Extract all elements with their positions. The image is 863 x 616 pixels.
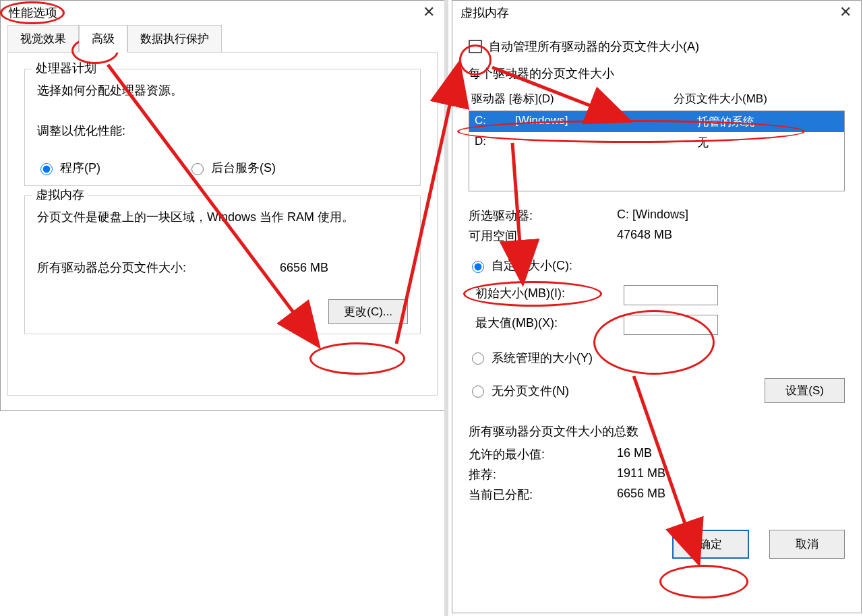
vmem-group-title: 虚拟内存 (32, 187, 88, 203)
drive-c-letter: C: (475, 114, 515, 129)
radio-custom-label: 自定义大小(C): (492, 257, 572, 274)
free-space-label: 可用空间: (469, 228, 617, 244)
total-pagefile-label: 所有驱动器总分页文件大小: (37, 256, 280, 279)
min-label: 允许的最小值: (469, 446, 617, 462)
drive-d-letter: D: (475, 135, 515, 150)
close-icon[interactable]: ✕ (839, 3, 852, 21)
cpu-desc: 选择如何分配处理器资源。 (37, 79, 408, 102)
column-size: 分页文件大小(MB) (674, 91, 767, 106)
checkbox-icon[interactable] (469, 40, 482, 53)
max-size-input[interactable] (624, 315, 718, 335)
radio-none[interactable]: 无分页文件(N) (469, 383, 569, 399)
ok-button[interactable]: 确定 (672, 530, 749, 559)
tab-visual[interactable]: 视觉效果 (7, 25, 79, 53)
tune-label: 调整以优化性能: (37, 119, 408, 142)
selected-drive-label: 所选驱动器: (469, 208, 617, 224)
virtual-memory-dialog: 虚拟内存 ✕ 自动管理所有驱动器的分页文件大小(A) 每个驱动器的分页文件大小 … (452, 0, 862, 613)
drive-d-label (515, 135, 697, 150)
change-button[interactable]: 更改(C)... (328, 299, 408, 324)
rec-value: 1911 MB (617, 466, 665, 483)
each-drive-title: 每个驱动器的分页文件大小 (469, 65, 845, 82)
min-value: 16 MB (617, 446, 652, 462)
auto-manage-label: 自动管理所有驱动器的分页文件大小(A) (489, 38, 699, 55)
performance-options-dialog: 性能选项 ✕ 视觉效果 高级 数据执行保护 处理器计划 选择如何分配处理器资源。… (0, 0, 445, 411)
radio-system-input[interactable] (472, 352, 484, 365)
totals-title: 所有驱动器分页文件大小的总数 (469, 423, 845, 439)
radio-background-input[interactable] (191, 163, 204, 175)
vmem-group: 虚拟内存 分页文件是硬盘上的一块区域，Windows 当作 RAM 使用。 所有… (24, 195, 421, 334)
drive-row-d[interactable]: D: 无 (469, 132, 844, 153)
tab-dep[interactable]: 数据执行保护 (127, 25, 222, 53)
radio-background-label: 后台服务(S) (211, 160, 276, 176)
column-drive: 驱动器 [卷标](D) (471, 91, 674, 106)
initial-size-label: 初始大小(MB)(I): (475, 285, 624, 305)
drive-d-size: 无 (697, 135, 709, 150)
selected-drive-value: C: [Windows] (617, 208, 688, 224)
radio-program-input[interactable] (40, 163, 53, 175)
vmem-desc: 分页文件是硬盘上的一块区域，Windows 当作 RAM 使用。 (37, 206, 408, 228)
set-button[interactable]: 设置(S) (765, 378, 845, 403)
auto-manage-checkbox[interactable]: 自动管理所有驱动器的分页文件大小(A) (469, 38, 845, 55)
free-space-value: 47648 MB (617, 228, 672, 244)
radio-custom[interactable]: 自定义大小(C): (469, 257, 572, 274)
cpu-group: 处理器计划 选择如何分配处理器资源。 调整以优化性能: 程序(P) 后台服务(S… (24, 69, 421, 186)
max-size-label: 最大值(MB)(X): (475, 315, 624, 335)
initial-size-input[interactable] (624, 285, 718, 305)
cur-value: 6656 MB (617, 487, 665, 503)
performance-title: 性能选项 (9, 5, 57, 21)
drive-c-label: [Windows] (515, 114, 697, 129)
vmem-dialog-title: 虚拟内存 (460, 5, 509, 21)
cur-label: 当前已分配: (469, 487, 617, 503)
radio-background[interactable]: 后台服务(S) (188, 160, 276, 176)
radio-system[interactable]: 系统管理的大小(Y) (469, 350, 593, 366)
radio-none-label: 无分页文件(N) (492, 383, 569, 399)
radio-custom-input[interactable] (472, 261, 484, 273)
close-icon[interactable]: ✕ (423, 3, 435, 21)
radio-program[interactable]: 程序(P) (37, 160, 100, 176)
radio-system-label: 系统管理的大小(Y) (492, 350, 593, 366)
drive-list[interactable]: C: [Windows] 托管的系统 D: 无 (469, 111, 845, 191)
total-pagefile-value: 6656 MB (280, 256, 328, 279)
radio-none-input[interactable] (472, 386, 484, 398)
cpu-group-title: 处理器计划 (32, 60, 100, 76)
drive-row-c[interactable]: C: [Windows] 托管的系统 (469, 111, 844, 132)
rec-label: 推荐: (469, 466, 617, 483)
radio-program-label: 程序(P) (60, 160, 100, 176)
dialog-divider (444, 0, 448, 616)
drive-c-size: 托管的系统 (697, 114, 754, 129)
cancel-button[interactable]: 取消 (769, 530, 845, 559)
tab-advanced[interactable]: 高级 (79, 25, 127, 53)
